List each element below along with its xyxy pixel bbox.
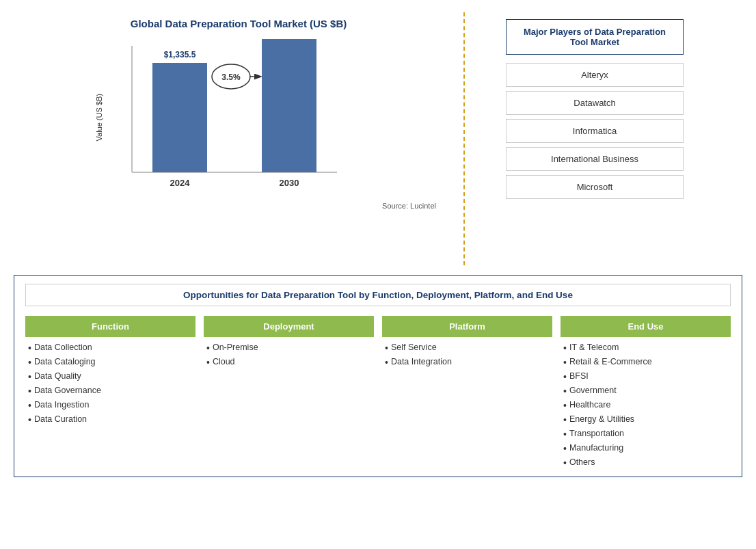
bullet-icon: • [563,371,567,382]
list-item: •Data Governance [28,386,195,397]
column-items-deployment: •On-Premise •Cloud [204,343,374,368]
list-item: •On-Premise [206,343,374,353]
list-item: •Data Curation [28,414,195,425]
column-header-platform: Platform [382,316,552,337]
bullet-icon: • [28,357,31,368]
bullet-icon: • [563,400,567,411]
bar-2030-year: 2030 [280,178,299,188]
players-title: Major Players of Data Preparation Tool M… [506,19,684,55]
column-header-deployment: Deployment [204,316,374,337]
bar-2024-year: 2024 [170,178,191,188]
y-axis-label: Value (US $B) [95,94,103,142]
bullet-icon: • [563,357,567,368]
column-header-end-use: End Use [561,316,731,337]
list-item: •Transportation [563,429,731,440]
bullet-icon: • [563,429,567,440]
column-items-platform: •Self Service •Data Integration [382,343,552,368]
player-item-1: Datawatch [506,91,684,115]
column-platform: Platform •Self Service •Data Integration [382,316,552,468]
list-item: •Data Ingestion [28,400,195,411]
list-item: •Data Cataloging [28,357,195,368]
bullet-icon: • [28,414,31,425]
column-deployment: Deployment •On-Premise •Cloud [204,316,374,468]
player-item-2: Informatica [506,119,684,143]
bullet-icon: • [563,386,567,397]
list-item: •Self Service [385,343,552,353]
list-item: •Data Collection [28,343,195,353]
bullet-icon: • [563,414,567,425]
list-item: •IT & Telecom [563,343,731,353]
top-section: Global Data Preparation Tool Market (US … [14,12,742,265]
columns-row: Function •Data Collection •Data Catalogi… [25,316,731,468]
column-function: Function •Data Collection •Data Catalogi… [25,316,195,468]
column-header-function: Function [25,316,195,337]
bar-2030 [262,39,316,172]
bullet-icon: • [563,443,567,454]
bullet-icon: • [28,343,31,353]
growth-label: 3.5% [221,72,241,82]
bullet-icon: • [28,371,31,382]
list-item: •Cloud [206,357,374,368]
list-item: •Manufacturing [563,443,731,454]
bullet-icon: • [563,343,567,353]
bullet-icon: • [28,400,31,411]
player-item-0: Alteryx [506,63,684,87]
player-item-3: International Business [506,147,684,171]
source-text: Source: Lucintel [382,202,436,210]
bottom-title: Opportunities for Data Preparation Tool … [25,284,731,306]
chart-area: Global Data Preparation Tool Market (US … [14,12,465,265]
column-items-function: •Data Collection •Data Cataloging •Data … [25,343,195,425]
list-item: •Others [563,457,731,468]
bar-2024 [152,63,207,172]
column-end-use: End Use •IT & Telecom •Retail & E-Commer… [561,316,731,468]
column-items-end-use: •IT & Telecom •Retail & E-Commerce •BFSI… [561,343,731,468]
list-item: •Government [563,386,731,397]
bullet-icon: • [385,343,388,353]
list-item: •Data Quality [28,371,195,382]
chart-title: Global Data Preparation Tool Market (US … [131,18,347,29]
list-item: •Retail & E-Commerce [563,357,731,368]
bar-chart: $1,335.5 2024 $1,641.7 2030 3.5% [105,39,357,196]
bullet-icon: • [563,457,567,468]
player-item-4: Microsoft [506,175,684,199]
bullet-icon: • [206,343,210,353]
bottom-section: Opportunities for Data Preparation Tool … [14,275,742,477]
players-area: Major Players of Data Preparation Tool M… [465,12,725,265]
list-item: •Data Integration [385,357,552,368]
bullet-icon: • [206,357,210,368]
list-item: •Healthcare [563,400,731,411]
bar-2024-label-top: $1,335.5 [164,50,196,59]
page-container: Global Data Preparation Tool Market (US … [0,0,756,549]
list-item: •Energy & Utilities [563,414,731,425]
list-item: •BFSI [563,371,731,382]
bullet-icon: • [385,357,388,368]
bullet-icon: • [28,386,31,397]
